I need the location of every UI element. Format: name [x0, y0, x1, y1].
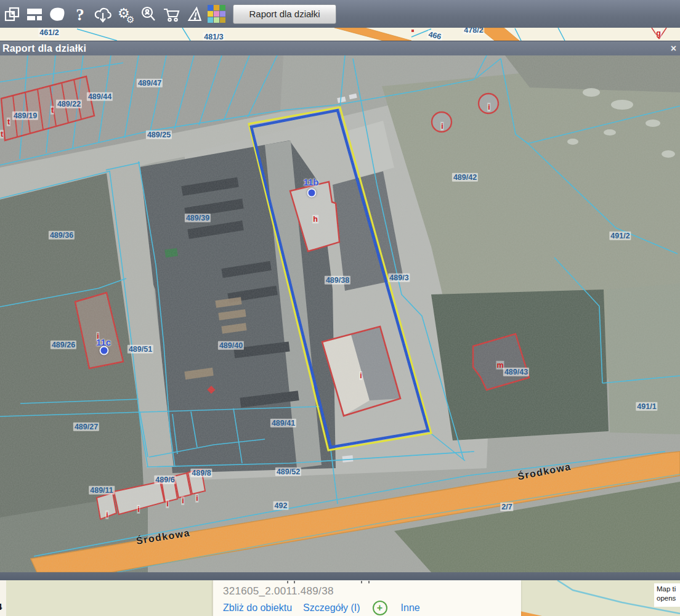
parcel-number-label: 481/3: [203, 33, 224, 41]
close-icon[interactable]: ×: [671, 43, 676, 54]
parcel-number-label: 489/41: [270, 419, 296, 428]
address-point-marker[interactable]: [100, 346, 109, 355]
building-letter-label: m: [496, 361, 504, 370]
parcel-number-label: 492: [273, 501, 289, 510]
map-canvas[interactable]: 489/47489/44489/22489/19489/25ttt489/424…: [0, 55, 680, 572]
scale-indicator: 4: [0, 580, 6, 616]
attribution-line1: Map ti: [657, 585, 680, 594]
parcel-number-label: 2/7: [500, 503, 513, 511]
feature-infobox: 321605_2.0011.489/38 Zbliż do obiektu Sz…: [212, 580, 521, 616]
background-map-strip[interactable]: 321605_2.0011.489/38 Zbliż do obiektu Sz…: [0, 580, 680, 616]
building-letter-label: t: [0, 130, 4, 139]
legend-color-swatch: [214, 5, 219, 10]
parcel-number-label: 489/51: [127, 345, 153, 354]
parcel-number-label: 461/2: [38, 28, 60, 37]
more-link[interactable]: Inne: [401, 602, 420, 614]
parcel-number-label: 478/2: [463, 28, 484, 34]
building-letter-label: h: [312, 215, 318, 224]
svg-text:?: ?: [76, 6, 84, 23]
legend-color-swatch: [220, 17, 225, 23]
building-letter-label: i: [137, 505, 140, 514]
parcel-number-label: 489/22: [56, 100, 82, 108]
help-icon[interactable]: ?: [68, 4, 91, 25]
attribution-line2: opens: [657, 594, 680, 603]
parcel-number-label: 489/19: [12, 111, 38, 120]
parcel-number-label: 466: [426, 30, 443, 41]
clipped-text-mark: [294, 581, 295, 583]
parcel-number-label: 491/2: [609, 232, 631, 240]
building-letter-label: i: [440, 122, 443, 131]
parcel-number-label: 489/3: [388, 274, 410, 282]
building-letter-label: i: [195, 494, 198, 503]
windows-icon[interactable]: [0, 4, 23, 25]
legend-color-swatch: [220, 5, 225, 10]
parcel-number-label: 489/26: [51, 341, 76, 349]
parcel-number-label: 489/44: [87, 92, 113, 101]
parcel-number-label: 489/11: [89, 486, 115, 495]
polygon-icon[interactable]: [46, 4, 68, 25]
parcel-number-label: 489/36: [49, 231, 75, 240]
parcel-identifier: 321605_2.0011.489/38: [223, 585, 334, 598]
legend-color-swatch: [214, 17, 219, 23]
map-attribution: Map ti opens: [654, 583, 680, 607]
street-name-label: Środkowa: [136, 527, 191, 547]
legend-color-swatch: [208, 17, 213, 23]
building-letter-label: i: [181, 496, 184, 505]
panel-bottom-bar: [0, 572, 680, 580]
search-icon[interactable]: [137, 4, 160, 25]
parcel-number-label: 489/42: [452, 173, 478, 182]
address-point-marker[interactable]: [307, 188, 317, 198]
toolbar: ? ⚙ ⚙: [0, 0, 680, 28]
parcel-number-label: 489/38: [325, 276, 350, 285]
legend-color-swatch: [220, 11, 225, 17]
building-letter-label: g: [655, 29, 662, 38]
parcel-number-label: 489/47: [137, 79, 163, 87]
parcel-number-label: 489/6: [154, 476, 176, 484]
building-letter-label: i: [166, 500, 169, 508]
parcel-number-label: 489/43: [503, 368, 529, 376]
parcel-number-label: 489/25: [146, 131, 172, 139]
panel-title: Raport dla działki: [0, 43, 86, 54]
legend-color-grid: [208, 5, 226, 23]
map-application: ? ⚙ ⚙: [0, 0, 680, 616]
map-strip[interactable]: 461/2481/3466478/2g: [0, 28, 680, 41]
parcel-number-label: 489/40: [218, 341, 244, 350]
street-name-label: Środkowa: [517, 461, 572, 483]
zoom-to-object-link[interactable]: Zbliż do obiektu: [223, 602, 292, 614]
legend-icon[interactable]: [205, 4, 228, 25]
details-link[interactable]: Szczegóły (I): [303, 602, 360, 614]
parcel-number-label: 489/27: [73, 423, 99, 431]
parcel-number-label: 491/1: [636, 402, 657, 411]
settings-icon[interactable]: ⚙ ⚙: [114, 4, 137, 25]
parcel-number-label: 489/52: [275, 468, 301, 476]
panel-header: Raport dla działki ×: [0, 41, 680, 56]
legend-color-swatch: [208, 5, 213, 10]
svg-text:⚙: ⚙: [126, 14, 134, 24]
clipped-text-mark: [368, 581, 370, 583]
download-icon[interactable]: [91, 4, 114, 25]
address-marker-label: 11b: [303, 177, 318, 187]
building-letter-label: i: [487, 103, 490, 111]
plus-circle-icon[interactable]: +: [373, 601, 387, 615]
legend-color-swatch: [208, 11, 213, 17]
parcel-number-label: 489/39: [185, 214, 211, 222]
clipped-text-mark: [361, 581, 362, 583]
report-parcel-button[interactable]: Raport dla działki: [233, 4, 336, 24]
parcel-number-label: 489/8: [190, 469, 212, 477]
warning-icon[interactable]: [182, 4, 205, 25]
layout-icon[interactable]: [23, 4, 46, 25]
scale-digit: 4: [0, 601, 2, 612]
building-letter-label: i: [359, 371, 362, 380]
building-letter-label: t: [51, 106, 54, 115]
building-letter-label: t: [7, 118, 10, 126]
legend-color-swatch: [214, 11, 219, 17]
building-letter-label: i: [105, 511, 108, 519]
clipped-text-mark: [287, 581, 288, 583]
cart-icon[interactable]: [160, 4, 182, 25]
